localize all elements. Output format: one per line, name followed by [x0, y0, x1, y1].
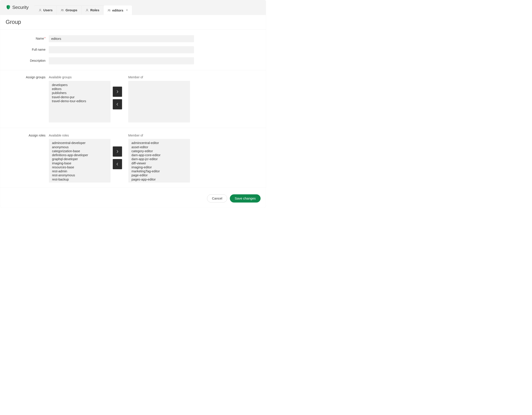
- app-title: Security: [6, 5, 32, 15]
- form-body: Name* Full name Description Ass: [0, 30, 266, 208]
- list-item[interactable]: dam-app-jcr-editor: [131, 157, 189, 161]
- footer: Cancel Save changes: [0, 188, 266, 208]
- user-icon: [38, 9, 42, 12]
- save-button[interactable]: Save changes: [230, 194, 260, 203]
- listbox-member-roles[interactable]: admincentral-editorasset-editorcategory-…: [128, 139, 190, 182]
- list-item[interactable]: page-editor: [131, 173, 189, 177]
- page-title-row: Group: [0, 15, 266, 30]
- list-item[interactable]: diff-viewer: [131, 161, 189, 165]
- list-item[interactable]: travel-demo-pur: [52, 95, 110, 99]
- move-right-button[interactable]: [113, 87, 122, 97]
- list-item[interactable]: graphql-developer: [52, 157, 110, 161]
- cancel-button[interactable]: Cancel: [207, 194, 227, 203]
- list-item[interactable]: admincentral-editor: [131, 141, 189, 145]
- app-header: Security Users Groups Roles editors: [0, 0, 266, 15]
- description-input[interactable]: [49, 57, 194, 64]
- listbox-available-roles[interactable]: admincentral-developeranonymouscategoriz…: [49, 139, 111, 182]
- label-name: Name*: [0, 35, 49, 40]
- section-assign-groups: Assign groups Available groups developer…: [0, 70, 266, 128]
- listbox-available-groups[interactable]: developerseditorspublisherstravel-demo-p…: [49, 81, 111, 123]
- tab-editors[interactable]: editors: [103, 6, 132, 15]
- close-icon[interactable]: [125, 9, 128, 12]
- user-icon: [86, 9, 89, 12]
- list-item[interactable]: pages-app-editor: [131, 177, 189, 181]
- tab-bar: Users Groups Roles editors: [34, 0, 132, 15]
- svg-point-3: [86, 9, 88, 10]
- list-item[interactable]: rest-admin: [52, 169, 110, 173]
- label-full-name: Full name: [0, 46, 49, 51]
- list-item[interactable]: definitions-app-developer: [52, 153, 110, 157]
- list-item[interactable]: editors: [52, 87, 110, 91]
- label-member-roles: Member of: [128, 134, 190, 137]
- svg-point-2: [63, 9, 64, 10]
- list-item[interactable]: anonymous: [52, 145, 110, 149]
- move-left-button[interactable]: [113, 159, 122, 169]
- app-title-text: Security: [12, 5, 29, 10]
- list-item[interactable]: dam-app-core-editor: [131, 153, 189, 157]
- list-item[interactable]: imaging-base: [52, 161, 110, 165]
- list-item[interactable]: categorization-base: [52, 149, 110, 153]
- svg-point-0: [40, 9, 41, 10]
- list-item[interactable]: category-editor: [131, 149, 189, 153]
- label-member-groups: Member of: [128, 76, 190, 79]
- chevron-left-icon: [116, 163, 119, 166]
- list-item[interactable]: asset-editor: [131, 145, 189, 149]
- name-input[interactable]: [49, 35, 194, 42]
- chevron-right-icon: [116, 90, 119, 93]
- label-assign-roles: Assign roles: [0, 134, 49, 137]
- list-item[interactable]: travel-demo-tour-editors: [52, 99, 110, 103]
- list-item[interactable]: resources-base: [52, 165, 110, 169]
- svg-point-4: [108, 9, 109, 10]
- chevron-left-icon: [116, 103, 119, 106]
- list-item[interactable]: imaging-editor: [131, 165, 189, 169]
- list-item[interactable]: publishers: [52, 91, 110, 95]
- list-item[interactable]: rest-anonymous: [52, 173, 110, 177]
- label-assign-groups: Assign groups: [0, 76, 49, 79]
- move-right-button[interactable]: [113, 146, 122, 157]
- list-item[interactable]: marketingTag-editor: [131, 169, 189, 173]
- chevron-right-icon: [116, 150, 119, 153]
- tab-label: editors: [112, 9, 123, 12]
- page-title: Group: [6, 19, 260, 25]
- full-name-input[interactable]: [49, 46, 194, 53]
- list-item[interactable]: admincentral-developer: [52, 141, 110, 145]
- tab-label: Groups: [66, 8, 77, 12]
- group-icon: [107, 9, 111, 12]
- svg-point-5: [109, 9, 110, 10]
- tab-roles[interactable]: Roles: [81, 5, 103, 15]
- svg-point-1: [61, 9, 62, 10]
- tab-label: Roles: [90, 8, 99, 12]
- list-item[interactable]: rest-backup: [52, 177, 110, 181]
- tab-label: Users: [43, 8, 53, 12]
- tab-users[interactable]: Users: [34, 5, 57, 15]
- tab-groups[interactable]: Groups: [57, 5, 81, 15]
- label-available-roles: Available roles: [49, 134, 111, 137]
- listbox-member-groups[interactable]: [128, 81, 190, 123]
- label-description: Description: [0, 57, 49, 62]
- section-basic: Name* Full name Description: [0, 30, 266, 70]
- group-icon: [61, 9, 64, 12]
- label-available-groups: Available groups: [49, 76, 111, 79]
- shield-icon: [6, 5, 10, 10]
- list-item[interactable]: developers: [52, 83, 110, 87]
- move-left-button[interactable]: [113, 99, 122, 110]
